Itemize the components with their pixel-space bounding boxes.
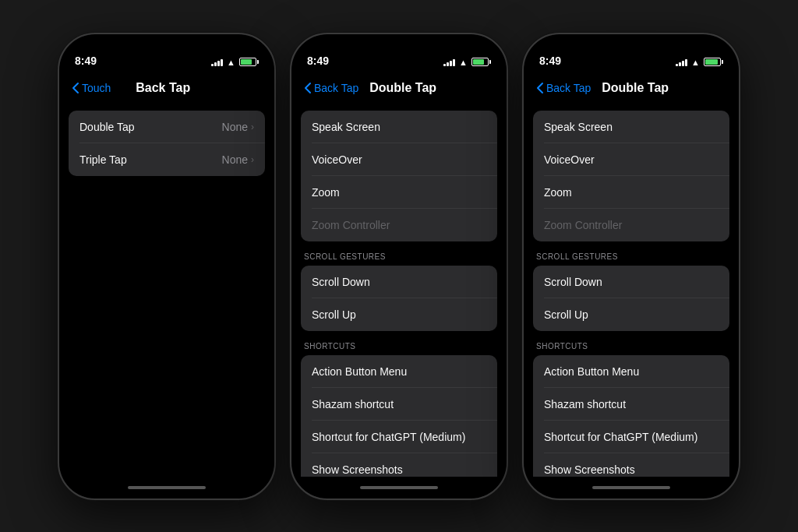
phone-2-nav-bar: Back Tap Double Tap [291, 72, 507, 104]
phone-3-status-icons: ▲ [676, 58, 723, 67]
zoom-label: Zoom [312, 186, 340, 199]
phone-3-group-3: Action Button Menu Shazam shortcut Short… [533, 355, 729, 477]
phone-2-back-button[interactable]: Back Tap [304, 82, 358, 94]
signal-bar-3 [217, 61, 220, 66]
phone-1-battery [239, 58, 259, 66]
battery-tip [257, 60, 259, 64]
phone-3-nav-bar: Back Tap Double Tap [524, 72, 739, 104]
phone-1-list-group: Double Tap None › Triple Tap None › [69, 111, 265, 176]
scroll-up-item-2[interactable]: Scroll Up [301, 298, 497, 331]
scroll-up-label-3: Scroll Up [544, 308, 588, 321]
zoom-controller-item[interactable]: Zoom Controller [301, 209, 497, 241]
battery-body [239, 58, 256, 66]
action-button-label-3: Action Button Menu [544, 365, 639, 378]
chevron-right-icon-1: › [251, 122, 254, 132]
shazam-item-3[interactable]: Shazam shortcut [533, 388, 729, 421]
triple-tap-item[interactable]: Triple Tap None › [69, 143, 265, 176]
voiceover-item-3[interactable]: VoiceOver [533, 143, 729, 176]
signal-bar-4 [685, 59, 687, 66]
speak-screen-item[interactable]: Speak Screen [301, 111, 497, 143]
shazam-item-2[interactable]: Shazam shortcut [301, 388, 497, 421]
battery-body-3 [704, 58, 721, 66]
zoom-label-3: Zoom [544, 186, 572, 199]
zoom-controller-item-3[interactable]: Zoom Controller [533, 209, 729, 241]
phone-2: 8:49 ▲ [290, 33, 508, 500]
zoom-item-3[interactable]: Zoom [533, 176, 729, 209]
battery-fill-3 [705, 59, 718, 65]
voiceover-label-3: VoiceOver [544, 153, 595, 166]
signal-bar-2 [679, 62, 681, 66]
signal-bar-1 [211, 64, 214, 66]
zoom-controller-label: Zoom Controller [312, 219, 390, 231]
phone-2-section-1: Speak Screen VoiceOver Zoom Zoom Control… [291, 111, 507, 241]
battery-tip-2 [489, 60, 491, 64]
shazam-label-3: Shazam shortcut [544, 398, 626, 410]
phone-2-battery [471, 58, 491, 66]
phone-3: 8:49 ▲ [522, 33, 740, 500]
scroll-up-item-3[interactable]: Scroll Up [533, 298, 729, 331]
scroll-up-label-2: Scroll Up [312, 308, 356, 321]
phone-3-group-2: Scroll Down Scroll Up [533, 266, 729, 331]
phone-1: 8:49 ▲ [58, 33, 276, 500]
zoom-item[interactable]: Zoom [301, 176, 497, 209]
voiceover-item[interactable]: VoiceOver [301, 143, 497, 176]
phone-1-nav-bar: Touch Back Tap [59, 72, 274, 104]
phone-2-section-2: SCROLL GESTURES Scroll Down Scroll Up [291, 249, 507, 331]
action-button-item-3[interactable]: Action Button Menu [533, 355, 729, 388]
chatgpt-label-3: Shortcut for ChatGPT (Medium) [544, 431, 697, 443]
screenshots-item-3[interactable]: Show Screenshots [533, 453, 729, 477]
speak-screen-item-3[interactable]: Speak Screen [533, 111, 729, 143]
phone-2-group-3: Action Button Menu Shazam shortcut Short… [301, 355, 497, 477]
phones-container: 8:49 ▲ [42, 17, 756, 516]
phone-2-section-3: SHORTCUTS Action Button Menu Shazam shor… [291, 339, 507, 477]
home-bar-3 [592, 486, 670, 489]
double-tap-label: Double Tap [79, 121, 135, 133]
phone-2-group-1: Speak Screen VoiceOver Zoom Zoom Control… [301, 111, 497, 241]
phone-2-screen: 8:49 ▲ [291, 34, 507, 499]
action-button-item-2[interactable]: Action Button Menu [301, 355, 497, 388]
chatgpt-item-2[interactable]: Shortcut for ChatGPT (Medium) [301, 421, 497, 453]
phone-1-content: Double Tap None › Triple Tap None › [59, 104, 274, 477]
action-button-label-2: Action Button Menu [312, 365, 407, 378]
phone-2-notch [360, 42, 438, 64]
scroll-gestures-header-3: SCROLL GESTURES [524, 249, 739, 266]
double-tap-item[interactable]: Double Tap None › [69, 111, 265, 143]
double-tap-value: None [222, 121, 248, 133]
double-tap-right: None › [222, 121, 254, 133]
chevron-right-icon-2: › [251, 154, 254, 165]
phone-3-nav-title: Double Tap [591, 81, 680, 95]
phone-1-back-label: Touch [82, 82, 111, 94]
phone-3-time: 8:49 [539, 55, 561, 67]
phone-1-nav-title: Back Tap [111, 81, 215, 95]
phone-3-home-indicator [524, 477, 739, 499]
screenshots-item-2[interactable]: Show Screenshots [301, 453, 497, 477]
phone-3-content: Speak Screen VoiceOver Zoom Zoom Control… [524, 104, 739, 477]
screenshots-label-3: Show Screenshots [544, 463, 635, 476]
phone-1-screen: 8:49 ▲ [59, 34, 274, 499]
signal-bar-4 [221, 59, 223, 66]
scroll-gestures-header-2: SCROLL GESTURES [291, 249, 507, 266]
home-bar-1 [128, 486, 206, 489]
triple-tap-label: Triple Tap [79, 153, 127, 166]
shortcuts-header-2: SHORTCUTS [291, 339, 507, 355]
signal-bar-1 [443, 64, 446, 66]
chatgpt-item-3[interactable]: Shortcut for ChatGPT (Medium) [533, 421, 729, 453]
phone-3-signal [676, 58, 687, 66]
phone-3-back-button[interactable]: Back Tap [536, 82, 591, 94]
scroll-down-item-2[interactable]: Scroll Down [301, 266, 497, 298]
phone-3-battery [704, 58, 723, 66]
screenshots-label-2: Show Screenshots [312, 463, 403, 476]
shazam-label-2: Shazam shortcut [312, 398, 394, 410]
phone-2-wifi-icon: ▲ [459, 58, 468, 67]
scroll-down-item-3[interactable]: Scroll Down [533, 266, 729, 298]
phone-2-signal [443, 58, 455, 66]
phone-1-wifi-icon: ▲ [227, 58, 235, 67]
phone-3-section-2: SCROLL GESTURES Scroll Down Scroll Up [524, 249, 739, 331]
chevron-left-icon-3 [536, 82, 544, 94]
phone-2-home-indicator [291, 477, 507, 499]
phone-3-group-1: Speak Screen VoiceOver Zoom Zoom Control… [533, 111, 729, 241]
signal-bar-3 [450, 61, 452, 66]
phone-2-group-2: Scroll Down Scroll Up [301, 266, 497, 331]
speak-screen-label: Speak Screen [312, 121, 380, 133]
phone-1-back-button[interactable]: Touch [72, 82, 111, 94]
